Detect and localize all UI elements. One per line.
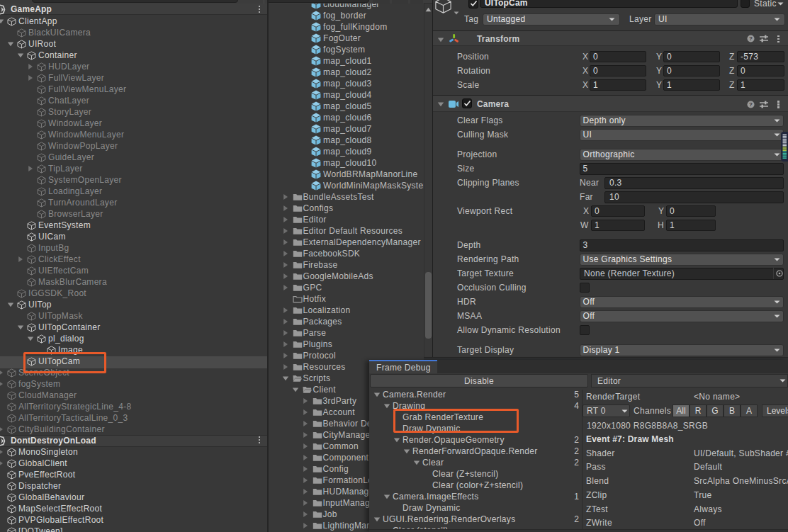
svg-text:?: ?	[749, 101, 753, 108]
svg-text:?: ?	[749, 35, 753, 42]
